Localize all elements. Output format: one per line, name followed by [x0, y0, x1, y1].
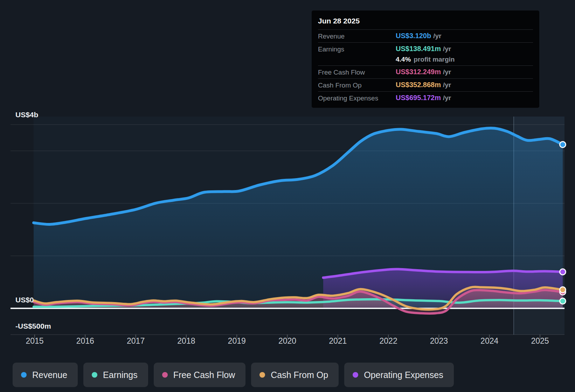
tooltip-value: US$138.491m: [396, 45, 441, 52]
tooltip-label: Earnings: [318, 45, 396, 53]
operating-expenses-end-marker: [560, 269, 566, 275]
x-axis-label: 2022: [380, 336, 397, 346]
tooltip-value-group: US$352.868m/yr: [396, 81, 533, 89]
cash-from-op-legend-dot-icon: [259, 372, 265, 378]
revenue-end-marker: [560, 142, 566, 148]
tooltip-label: Operating Expenses: [318, 94, 396, 102]
x-axis-label: 2015: [26, 336, 43, 346]
x-axis-label: 2023: [430, 336, 448, 346]
legend-item-free-cash-flow[interactable]: Free Cash Flow: [154, 363, 245, 387]
chart-tooltip: Jun 28 2025 RevenueUS$3.120b/yrEarningsU…: [312, 10, 539, 108]
x-axis-label: 2025: [531, 336, 549, 346]
y-axis-label: US$0: [15, 296, 34, 304]
tooltip-value-group: US$138.491m/yr4.4%profit margin: [396, 45, 533, 63]
profit-margin-note: 4.4%profit margin: [396, 56, 533, 63]
tooltip-value-suffix: /yr: [443, 81, 451, 89]
chart-legend: RevenueEarningsFree Cash FlowCash From O…: [13, 363, 454, 387]
tooltip-row-operating-expenses: Operating ExpensesUS$695.172m/yr: [318, 91, 533, 104]
earnings-legend-dot-icon: [92, 372, 97, 378]
legend-label: Free Cash Flow: [173, 370, 235, 380]
tooltip-value-group: US$312.249m/yr: [396, 68, 533, 76]
tooltip-label: Revenue: [318, 32, 396, 40]
tooltip-label: Free Cash Flow: [318, 68, 396, 76]
tooltip-value-suffix: /yr: [433, 32, 441, 40]
financial-history-chart: US$4bUS$0-US$500m 2015201620172018201920…: [0, 0, 575, 392]
cash-from-op-end-marker: [560, 287, 566, 293]
legend-item-revenue[interactable]: Revenue: [13, 363, 78, 387]
free-cash-flow-legend-dot-icon: [162, 372, 168, 378]
legend-label: Earnings: [103, 370, 138, 380]
tooltip-value-group: US$695.172m/yr: [396, 94, 533, 102]
earnings-end-marker: [560, 298, 566, 304]
tooltip-row-earnings: EarningsUS$138.491m/yr4.4%profit margin: [318, 42, 533, 65]
tooltip-row-free-cash-flow: Free Cash FlowUS$312.249m/yr: [318, 65, 533, 78]
tooltip-date: Jun 28 2025: [318, 15, 533, 29]
x-axis-label: 2020: [278, 336, 296, 346]
x-axis-label: 2018: [177, 336, 195, 346]
legend-item-operating-expenses[interactable]: Operating Expenses: [344, 363, 454, 387]
x-axis-label: 2021: [329, 336, 347, 346]
tooltip-value: US$312.249m: [396, 68, 441, 76]
tooltip-value-suffix: /yr: [443, 45, 451, 52]
tooltip-value-suffix: /yr: [443, 94, 451, 102]
y-axis-label: US$4b: [15, 111, 38, 119]
x-axis-label: 2016: [76, 336, 94, 346]
tooltip-value: US$352.868m: [396, 81, 441, 89]
legend-item-cash-from-op[interactable]: Cash From Op: [251, 363, 339, 387]
tooltip-label: Cash From Op: [318, 81, 396, 89]
legend-label: Cash From Op: [271, 370, 328, 380]
tooltip-value: US$695.172m: [396, 94, 441, 102]
legend-label: Revenue: [32, 370, 67, 380]
tooltip-row-cash-from-op: Cash From OpUS$352.868m/yr: [318, 78, 533, 91]
operating-expenses-legend-dot-icon: [353, 372, 358, 378]
legend-label: Operating Expenses: [364, 370, 443, 380]
y-axis-label: -US$500m: [15, 322, 51, 330]
revenue-legend-dot-icon: [21, 372, 27, 378]
tooltip-row-revenue: RevenueUS$3.120b/yr: [318, 29, 533, 42]
legend-item-earnings[interactable]: Earnings: [83, 363, 148, 387]
x-axis-label: 2024: [480, 336, 498, 346]
tooltip-rows: RevenueUS$3.120b/yrEarningsUS$138.491m/y…: [318, 29, 533, 104]
x-axis-label: 2017: [127, 336, 145, 346]
tooltip-value: US$3.120b: [396, 32, 431, 40]
tooltip-value-group: US$3.120b/yr: [396, 32, 533, 40]
tooltip-value-suffix: /yr: [443, 68, 451, 76]
x-axis-label: 2019: [228, 336, 246, 346]
